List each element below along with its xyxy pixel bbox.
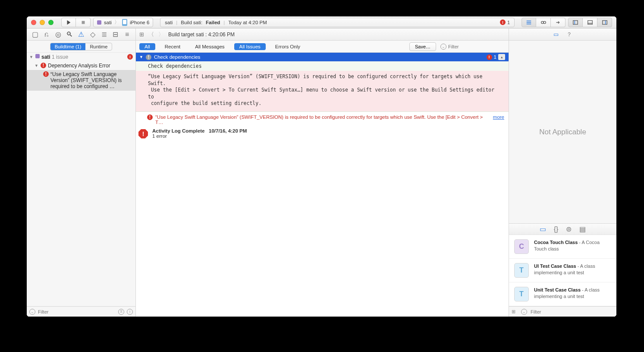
back-button[interactable]: 〈 (148, 31, 154, 38)
close-window-button[interactable] (31, 20, 36, 25)
library-item-text: Unit Test Case Class - A class implement… (534, 287, 611, 301)
jump-bar[interactable]: ⊞ 〈 〉 Build target sati : 4:20:06 PM (136, 29, 509, 41)
activity-viewer[interactable]: sati | Build sati: Failed | Today at 4:2… (160, 18, 515, 27)
library-item[interactable]: CCocoa Touch Class - A Cocoa Touch class (509, 235, 616, 259)
filter-scope-icon[interactable]: ⌄ (29, 309, 35, 315)
activity-status: Failed (206, 20, 220, 25)
inline-error-row[interactable]: ! “Use Legacy Swift Language Version” (S… (136, 112, 509, 127)
jump-path[interactable]: Build target sati : 4:20:06 PM (168, 32, 235, 38)
filter-scope-icon[interactable]: ⌄ (521, 309, 527, 315)
scheme-chevron-icon: 〉 (114, 19, 119, 25)
root-name: sati (41, 54, 50, 60)
window-controls (31, 20, 53, 25)
issue-section-header[interactable]: ▼ ! Check dependencies ! 1 ▴ (136, 53, 509, 61)
navigator-filter-input[interactable] (38, 309, 116, 314)
error-icon: ! (147, 114, 153, 120)
filter-all[interactable]: All (139, 43, 155, 50)
run-button[interactable] (61, 18, 76, 27)
xcode-window: sati 〉 iPhone 6 sati | Build sati: Faile… (27, 16, 616, 317)
more-link[interactable]: more (493, 114, 504, 120)
activity-project: sati (165, 20, 173, 25)
buildtime-segment[interactable]: Buildtime (1) (50, 43, 86, 50)
object-library-icon[interactable]: ⊚ (566, 225, 572, 233)
filter-recent[interactable]: Recent (160, 43, 185, 50)
save-button[interactable]: Save… (409, 42, 436, 51)
filter-all-messages[interactable]: All Messages (190, 43, 229, 50)
titlebar: sati 〉 iPhone 6 sati | Build sati: Faile… (27, 16, 616, 29)
issue-section-count: 1 (494, 54, 496, 60)
toolbar-right (521, 18, 612, 27)
issue-scope-segmented[interactable]: Buildtime (1) Runtime (50, 43, 113, 51)
debug-navigator-icon[interactable]: ≣ (100, 31, 108, 38)
activity-time: Today at 4:20 PM (228, 20, 267, 25)
version-editor-button[interactable] (551, 18, 565, 27)
editor-pane: ⊞ 〈 〉 Build target sati : 4:20:06 PM All… (136, 29, 509, 317)
tree-root[interactable]: ▼ sati 1 issue ! (27, 53, 135, 61)
filter-errors-only[interactable]: Errors Only (270, 43, 305, 50)
log-sub: 1 error (152, 133, 167, 139)
report-navigator-icon[interactable]: ≡ (123, 31, 131, 38)
symbol-navigator-icon[interactable]: ◎ (54, 31, 62, 38)
minimize-window-button[interactable] (40, 20, 45, 25)
library-item[interactable]: TUnit Test Case Class - A class implemen… (509, 282, 616, 306)
collapse-toggle-icon[interactable]: ▴ (498, 54, 505, 60)
file-inspector-icon[interactable]: ▭ (553, 31, 559, 38)
filter-scope-icon[interactable]: ⌄ (440, 44, 446, 50)
navigator-filter-bar: ⌄ ⧖ ! (27, 306, 135, 317)
svg-point-1 (541, 21, 543, 23)
source-control-navigator-icon[interactable]: ⎌ (43, 31, 50, 38)
grid-view-icon[interactable]: ⊞ (512, 309, 518, 315)
code-snippet-library-icon[interactable]: {} (554, 225, 559, 233)
library-filter-bar: ⊞ ⌄ (509, 306, 616, 317)
error-icon: ! (487, 54, 492, 60)
disclosure-triangle-icon[interactable]: ▼ (139, 55, 143, 59)
activity-error-badge[interactable]: ! 1 (500, 19, 510, 25)
issue-filter-bar: All Recent All Messages All Issues Error… (136, 41, 509, 53)
disclosure-triangle-icon[interactable]: ▼ (29, 55, 34, 59)
assistant-editor-button[interactable] (536, 18, 551, 27)
toggle-utilities-button[interactable] (597, 18, 612, 27)
template-icon: T (514, 263, 529, 278)
breakpoint-navigator-icon[interactable]: ⊟ (112, 31, 119, 38)
library-item[interactable]: TUI Test Case Class - A class implementi… (509, 259, 616, 282)
library-item-text: UI Test Case Class - A class implementin… (534, 263, 611, 278)
group-label: Dependency Analysis Error (48, 63, 133, 69)
template-icon: C (514, 239, 529, 254)
error-icon: ! (500, 19, 506, 25)
toggle-debug-area-button[interactable] (583, 18, 597, 27)
file-template-library-icon[interactable]: ▭ (540, 225, 546, 233)
warning-icon: ! (146, 54, 151, 60)
disclosure-triangle-icon[interactable]: ▼ (35, 63, 39, 68)
tree-group[interactable]: ▼ ! Dependency Analysis Error (27, 61, 135, 70)
library-filter-input[interactable] (531, 309, 614, 314)
error-filter-icon[interactable]: ! (127, 309, 133, 315)
runtime-segment[interactable]: Runtime (85, 43, 112, 50)
transcript-output: “Use Legacy Swift Language Version” (SWI… (136, 71, 509, 111)
quick-help-icon[interactable]: ？ (566, 31, 572, 38)
issue-filter-input[interactable] (448, 44, 491, 49)
activity-error-count: 1 (507, 20, 510, 25)
zoom-window-button[interactable] (48, 20, 53, 25)
find-navigator-icon[interactable]: 🔍︎ (66, 31, 73, 38)
standard-editor-button[interactable] (521, 18, 536, 27)
project-navigator-icon[interactable]: ▢ (31, 31, 39, 38)
media-library-icon[interactable]: ▤ (579, 225, 586, 233)
tree-issue[interactable]: ! “Use Legacy Swift Language Version” (S… (27, 70, 135, 91)
transcript-step: Check dependencies (136, 61, 509, 71)
scheme-selector[interactable]: sati 〉 iPhone 6 (93, 18, 153, 27)
library-tabs: ▭ {} ⊚ ▤ (509, 223, 616, 235)
forward-button[interactable]: 〉 (158, 31, 164, 38)
library-list: CCocoa Touch Class - A Cocoa Touch class… (509, 235, 616, 306)
stop-button[interactable] (76, 18, 91, 27)
library-item-text: Cocoa Touch Class - A Cocoa Touch class (534, 239, 611, 254)
device-name: iPhone 6 (130, 20, 149, 25)
error-icon: ! (43, 71, 49, 77)
test-navigator-icon[interactable]: ◇ (89, 31, 97, 38)
clock-filter-icon[interactable]: ⧖ (118, 309, 124, 315)
related-items-icon[interactable]: ⊞ (139, 31, 144, 38)
issue-navigator-icon[interactable]: ⚠︎ (77, 31, 85, 38)
toggle-navigator-button[interactable] (568, 18, 583, 27)
error-icon: ! (41, 63, 46, 68)
filter-all-issues[interactable]: All Issues (234, 43, 266, 50)
svg-point-2 (543, 21, 546, 23)
